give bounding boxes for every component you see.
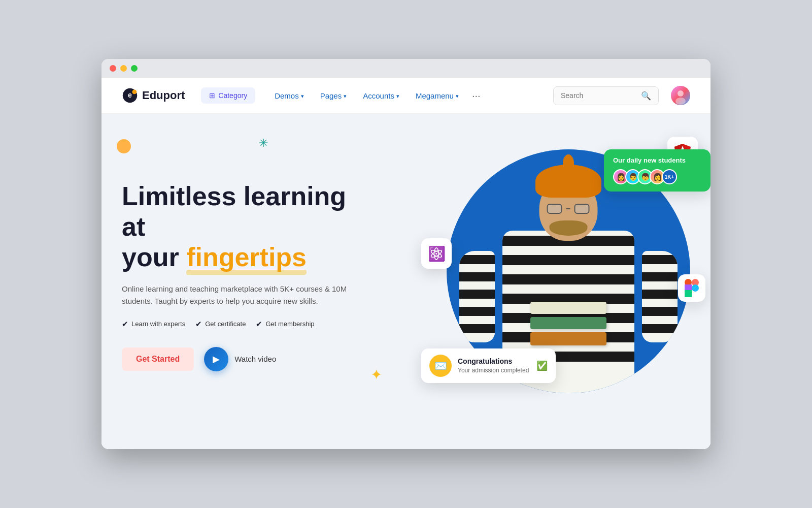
watch-label: Watch video [234,355,276,363]
admission-title: Congratulations [458,357,529,365]
navbar: e Eduport ⊞ Category Demos ▾ Pages ▾ [101,78,710,114]
nav-item-megamenu[interactable]: Megamenu ▾ [409,87,466,104]
decorative-orange-circle [117,139,131,153]
svg-point-14 [692,284,699,292]
chevron-down-icon: ▾ [456,93,459,100]
svg-point-5 [675,98,686,105]
nav-item-demos[interactable]: Demos ▾ [267,87,311,104]
nav-more-button[interactable]: ··· [468,88,485,104]
hero-content: Limitless learning at your fingertips On… [122,181,376,371]
feature-1: ✔ Learn with experts [122,320,185,329]
browser-window: e Eduport ⊞ Category Demos ▾ Pages ▾ [101,59,710,449]
floating-card-admission: ✉️ Congratulations Your admission comple… [421,348,556,383]
search-input[interactable] [561,91,637,100]
students-card-title: Our daily new students [613,156,701,164]
feature-label-2: Get certificate [205,320,246,328]
floating-card-figma [678,274,705,302]
site-logo-text: Eduport [142,89,185,102]
figma-icon [685,279,699,297]
search-icon[interactable]: 🔍 [641,91,651,101]
floating-card-atom: ⚛️ [421,238,452,269]
svg-point-2 [132,89,137,94]
hero-title-line1: Limitless learning at [122,181,346,241]
close-icon[interactable] [110,65,116,72]
hero-actions: Get Started ▶ Watch video [122,347,376,371]
feature-2: ✔ Get certificate [195,320,246,329]
logo-icon: e [122,87,138,104]
check-icon-3: ✔ [256,320,262,329]
get-started-button[interactable]: Get Started [122,347,194,371]
svg-point-4 [678,90,684,97]
feature-label-1: Learn with experts [131,320,185,328]
check-icon-2: ✔ [195,320,202,329]
site-container: e Eduport ⊞ Category Demos ▾ Pages ▾ [101,78,710,449]
category-label: Category [218,91,247,100]
play-icon: ▶ [204,347,228,371]
browser-titlebar [101,59,710,78]
chevron-down-icon: ▾ [396,93,399,100]
svg-text:e: e [128,91,132,99]
nav-item-pages[interactable]: Pages ▾ [313,87,354,104]
hero-features: ✔ Learn with experts ✔ Get certificate ✔… [122,320,376,329]
email-icon: ✉️ [429,355,452,377]
feature-label-3: Get membership [265,320,314,328]
category-icon: ⊞ [209,91,215,100]
watch-video-button[interactable]: ▶ Watch video [204,347,276,371]
hero-title-highlight: fingertips [186,242,307,273]
avatar[interactable] [671,86,690,105]
hero-section: ✳ Limitless learning at your fingertips … [101,114,710,449]
hero-visual: ⚛️ Our daily new students 👩 [426,144,690,408]
logo-area: e Eduport [122,87,185,104]
floating-card-students: Our daily new students 👩 👨 👦 👩 1K+ [604,149,710,192]
admission-check-icon: ✅ [536,360,548,371]
nav-item-accounts[interactable]: Accounts ▾ [356,87,407,104]
maximize-icon[interactable] [131,65,138,72]
category-button[interactable]: ⊞ Category [201,87,255,104]
hero-subtitle: Online learning and teaching marketplace… [122,283,376,307]
chevron-down-icon: ▾ [344,93,347,100]
nav-links: Demos ▾ Pages ▾ Accounts ▾ Megamenu ▾ ··… [267,87,541,104]
search-area[interactable]: 🔍 [553,86,659,105]
feature-3: ✔ Get membership [256,320,314,329]
hero-title: Limitless learning at your fingertips [122,181,376,272]
check-icon-1: ✔ [122,320,128,329]
minimize-icon[interactable] [120,65,127,72]
svg-rect-16 [685,290,692,297]
decorative-teal-star: ✳ [259,137,268,150]
student-avatars: 👩 👨 👦 👩 1K+ [613,169,701,184]
hero-title-line2-prefix: your [122,242,186,272]
chevron-down-icon: ▾ [301,93,304,100]
admission-subtitle: Your admission completed [458,367,529,374]
admission-text: Congratulations Your admission completed [458,357,529,374]
students-count: 1K+ [662,169,677,184]
